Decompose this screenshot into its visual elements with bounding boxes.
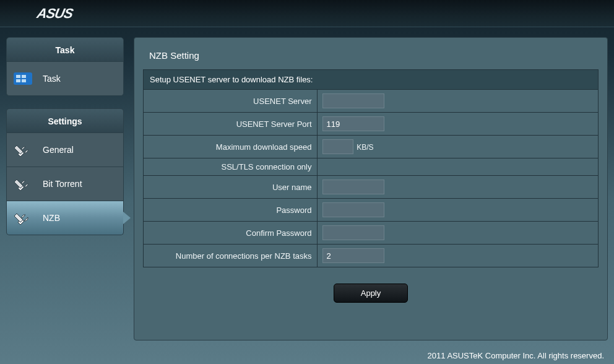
field-label-password: Password [144, 199, 317, 222]
form-table-wrap: Setup USENET server to download NZB file… [143, 69, 599, 267]
field-label-confirm: Confirm Password [144, 222, 317, 245]
wrench-icon [13, 140, 37, 160]
panel-title: NZB Setting [134, 38, 607, 69]
field-label-max-speed: Maximum download speed [144, 136, 317, 158]
svg-rect-0 [14, 72, 32, 85]
sidebar: Task Task Settings [6, 37, 124, 340]
wrench-icon [13, 174, 37, 194]
settings-panel: NZB Setting Setup USENET server to downl… [134, 37, 608, 340]
svg-rect-1 [16, 75, 20, 78]
max-speed-input[interactable] [322, 139, 353, 154]
svg-rect-2 [22, 75, 26, 78]
top-bar: ASUS [0, 0, 614, 27]
svg-rect-3 [16, 79, 20, 82]
field-label-username: User name [144, 176, 317, 199]
field-label-ssl: SSL/TLS connection only [144, 158, 317, 176]
field-label-usenet-server: USENET Server [144, 90, 317, 113]
brand-logo: ASUS [35, 6, 74, 22]
sidebar-item-label: General [43, 145, 74, 155]
apply-row: Apply [134, 276, 607, 310]
usenet-server-input[interactable] [322, 93, 384, 108]
sidebar-item-bittorrent[interactable]: Bit Torrent [6, 167, 124, 201]
confirm-password-input[interactable] [322, 225, 384, 240]
sidebar-item-task[interactable]: Task [6, 62, 124, 96]
form-table: Setup USENET server to download NZB file… [144, 70, 598, 267]
max-speed-unit: KB/S [357, 143, 373, 152]
sidebar-settings-header: Settings [6, 108, 124, 133]
sidebar-task-section: Task Task [6, 37, 124, 96]
sidebar-item-label: NZB [43, 213, 60, 223]
task-icon [13, 69, 37, 89]
usenet-port-input[interactable] [322, 116, 384, 131]
sidebar-task-header: Task [6, 37, 124, 62]
section-header: Setup USENET server to download NZB file… [144, 70, 598, 90]
ssl-cell [317, 158, 598, 176]
sidebar-item-label: Task [43, 74, 61, 84]
sidebar-item-label: Bit Torrent [43, 179, 82, 189]
footer-copyright: 2011 ASUSTeK Computer Inc. All rights re… [428, 351, 604, 360]
sidebar-item-nzb[interactable]: NZB [6, 201, 124, 235]
wrench-icon [13, 208, 37, 228]
apply-button[interactable]: Apply [334, 284, 408, 303]
connections-input[interactable] [322, 248, 384, 263]
sidebar-item-general[interactable]: General [6, 133, 124, 167]
field-label-connections: Number of connections per NZB tasks [144, 245, 317, 267]
main-layout: Task Task Settings [6, 37, 608, 340]
username-input[interactable] [322, 180, 384, 194]
field-label-usenet-port: USENET Server Port [144, 113, 317, 136]
sidebar-settings-section: Settings General Bit Torrent [6, 108, 124, 235]
password-input[interactable] [322, 202, 384, 217]
svg-rect-4 [22, 79, 26, 82]
